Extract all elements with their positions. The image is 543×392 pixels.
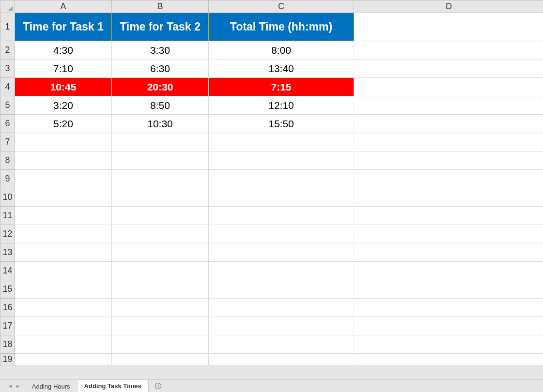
cell-A10[interactable] [15, 188, 112, 207]
cell-D17[interactable] [354, 317, 543, 335]
cell-A15[interactable] [15, 280, 112, 299]
cell-A7[interactable] [15, 133, 112, 151]
tab-nav-next-icon[interactable]: ► [16, 383, 20, 389]
cell-A8[interactable] [15, 151, 112, 170]
cell-B13[interactable] [112, 243, 209, 262]
cell-D8[interactable] [354, 151, 543, 170]
select-all-corner[interactable] [0, 0, 15, 13]
cell-A19[interactable] [15, 354, 112, 365]
cell-C4[interactable]: 7:15 [209, 78, 354, 96]
cell-A17[interactable] [15, 317, 112, 335]
col-header-C[interactable]: C [209, 0, 354, 13]
row-header-7[interactable]: 7 [0, 133, 15, 151]
new-sheet-button[interactable] [149, 382, 168, 390]
cell-C11[interactable] [209, 207, 354, 225]
col-header-B[interactable]: B [112, 0, 209, 13]
cell-A1[interactable]: Time for Task 1 [15, 13, 112, 41]
row-header-18[interactable]: 18 [0, 335, 15, 354]
cell-D4[interactable] [354, 78, 543, 96]
row-header-16[interactable]: 16 [0, 299, 15, 317]
cell-B10[interactable] [112, 188, 209, 207]
cell-B1[interactable]: Time for Task 2 [112, 13, 209, 41]
tab-nav-prev-icon[interactable]: ◄ [8, 383, 13, 389]
cell-B7[interactable] [112, 133, 209, 151]
cell-C1[interactable]: Total Time (hh:mm) [209, 13, 354, 41]
cell-A5[interactable]: 3:20 [15, 96, 112, 115]
cell-D16[interactable] [354, 299, 543, 317]
row-header-10[interactable]: 10 [0, 188, 15, 207]
cell-D18[interactable] [354, 335, 543, 354]
cell-B3[interactable]: 6:30 [112, 60, 209, 78]
cell-A14[interactable] [15, 262, 112, 280]
cell-D2[interactable] [354, 41, 543, 60]
row-header-9[interactable]: 9 [0, 170, 15, 188]
cell-C12[interactable] [209, 225, 354, 243]
cell-C10[interactable] [209, 188, 354, 207]
cell-C15[interactable] [209, 280, 354, 299]
cell-A3[interactable]: 7:10 [15, 60, 112, 78]
cell-A16[interactable] [15, 299, 112, 317]
cell-C18[interactable] [209, 335, 354, 354]
cell-C8[interactable] [209, 151, 354, 170]
cell-B9[interactable] [112, 170, 209, 188]
cell-C2[interactable]: 8:00 [209, 41, 354, 60]
cell-B5[interactable]: 8:50 [112, 96, 209, 115]
cell-A12[interactable] [15, 225, 112, 243]
cell-A4[interactable]: 10:45 [15, 78, 112, 96]
cell-B4[interactable]: 20:30 [112, 78, 209, 96]
cell-D5[interactable] [354, 96, 543, 115]
cell-D3[interactable] [354, 60, 543, 78]
cell-C9[interactable] [209, 170, 354, 188]
cell-D11[interactable] [354, 207, 543, 225]
row-header-11[interactable]: 11 [0, 207, 15, 225]
cell-C3[interactable]: 13:40 [209, 60, 354, 78]
row-header-12[interactable]: 12 [0, 225, 15, 243]
cell-B14[interactable] [112, 262, 209, 280]
cell-C17[interactable] [209, 317, 354, 335]
row-header-5[interactable]: 5 [0, 96, 15, 115]
cell-B16[interactable] [112, 299, 209, 317]
row-header-2[interactable]: 2 [0, 41, 15, 60]
row-header-4[interactable]: 4 [0, 78, 15, 96]
cell-D13[interactable] [354, 243, 543, 262]
cell-A9[interactable] [15, 170, 112, 188]
cell-B12[interactable] [112, 225, 209, 243]
sheet-tab-adding-task-times[interactable]: Adding Task Times [78, 380, 149, 392]
cell-A2[interactable]: 4:30 [15, 41, 112, 60]
cell-A18[interactable] [15, 335, 112, 354]
cell-B8[interactable] [112, 151, 209, 170]
cell-D7[interactable] [354, 133, 543, 151]
cell-A6[interactable]: 5:20 [15, 115, 112, 133]
cell-B11[interactable] [112, 207, 209, 225]
col-header-D[interactable]: D [354, 0, 543, 13]
row-header-19[interactable]: 19 [0, 354, 15, 365]
cell-A11[interactable] [15, 207, 112, 225]
row-header-3[interactable]: 3 [0, 60, 15, 78]
cell-D15[interactable] [354, 280, 543, 299]
cell-B17[interactable] [112, 317, 209, 335]
cell-C16[interactable] [209, 299, 354, 317]
cell-D12[interactable] [354, 225, 543, 243]
row-header-6[interactable]: 6 [0, 115, 15, 133]
cell-C5[interactable]: 12:10 [209, 96, 354, 115]
cell-B15[interactable] [112, 280, 209, 299]
row-header-1[interactable]: 1 [0, 13, 15, 41]
cell-C13[interactable] [209, 243, 354, 262]
row-header-13[interactable]: 13 [0, 243, 15, 262]
cell-D10[interactable] [354, 188, 543, 207]
cell-D9[interactable] [354, 170, 543, 188]
cell-A13[interactable] [15, 243, 112, 262]
row-header-14[interactable]: 14 [0, 262, 15, 280]
cell-B2[interactable]: 3:30 [112, 41, 209, 60]
row-header-17[interactable]: 17 [0, 317, 15, 335]
cell-D19[interactable] [354, 354, 543, 365]
row-header-8[interactable]: 8 [0, 151, 15, 170]
cell-B6[interactable]: 10:30 [112, 115, 209, 133]
cell-D6[interactable] [354, 115, 543, 133]
col-header-A[interactable]: A [15, 0, 112, 13]
cell-B19[interactable] [112, 354, 209, 365]
row-header-15[interactable]: 15 [0, 280, 15, 299]
cell-C6[interactable]: 15:50 [209, 115, 354, 133]
cell-C14[interactable] [209, 262, 354, 280]
cell-C19[interactable] [209, 354, 354, 365]
